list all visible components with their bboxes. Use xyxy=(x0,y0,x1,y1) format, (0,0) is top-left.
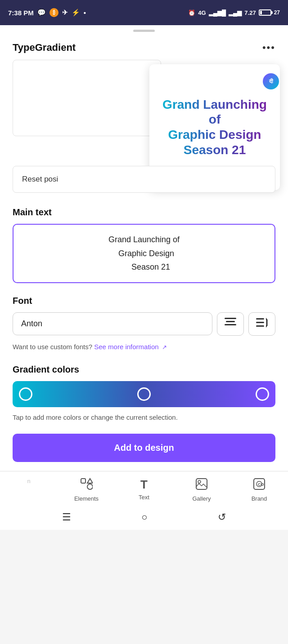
color-stop-3[interactable] xyxy=(256,387,269,401)
preview-text-block: Grand Launching of Graphic Design Season… xyxy=(149,88,280,166)
svg-point-9 xyxy=(87,484,93,489)
status-bar: 7:38 PM 💬 ₿ ✈ ⚡ • ⏰ 4G ▂▄▆█ ▂▄▆ 7.27 27 xyxy=(0,0,288,25)
svg-rect-2 xyxy=(225,324,236,325)
font-selector[interactable]: Anton xyxy=(13,312,212,335)
gradient-bar[interactable] xyxy=(13,381,275,407)
font-label: Font xyxy=(13,296,275,306)
bitcoin-icon: ₿ xyxy=(50,8,58,17)
text-icon: T xyxy=(140,478,148,492)
align-icon-button[interactable] xyxy=(217,312,244,336)
svg-rect-5 xyxy=(256,325,264,327)
elements-label: Elements xyxy=(74,495,99,502)
battery-icon xyxy=(259,9,271,16)
gallery-label: Gallery xyxy=(192,495,211,502)
nav-item-brand[interactable]: CO Brand xyxy=(243,478,275,502)
nav-item-elements[interactable]: Elements xyxy=(71,478,102,502)
wifi-icon: ▂▄▆ xyxy=(229,9,242,16)
reset-position-row: Reset posi xyxy=(13,166,275,193)
svg-rect-1 xyxy=(226,321,235,322)
status-left: 7:38 PM 💬 ₿ ✈ ⚡ • xyxy=(8,8,86,17)
system-nav: ☰ ○ ↺ xyxy=(0,505,288,530)
svg-marker-8 xyxy=(87,479,93,483)
telegram-icon: ✈ xyxy=(62,9,68,17)
sort-icon-button[interactable] xyxy=(248,312,275,336)
drag-handle-area xyxy=(0,25,288,35)
svg-rect-7 xyxy=(81,479,86,483)
preview-line3: Season 21 xyxy=(158,142,271,158)
battery-fill xyxy=(260,11,262,14)
svg-rect-3 xyxy=(256,318,264,320)
preview-line2: Graphic Design xyxy=(158,127,271,142)
svg-point-11 xyxy=(198,480,201,483)
font-info-text: Want to use custom fonts? xyxy=(13,343,92,351)
elements-icon xyxy=(80,478,93,493)
alarm-icon: ⏰ xyxy=(188,9,195,16)
time: 7:38 PM xyxy=(8,9,34,17)
status-right: ⏰ 4G ▂▄▆█ ▂▄▆ 7.27 27 xyxy=(188,9,280,16)
font-section: Font Anton xyxy=(13,296,275,352)
menu-button[interactable]: ☰ xyxy=(62,511,71,523)
speed-icon: 7.27 xyxy=(244,9,256,16)
partial-icon: n xyxy=(27,478,30,484)
header: TypeGradient ••• xyxy=(13,35,275,60)
preview-placeholder xyxy=(13,60,161,136)
text-label: Text xyxy=(139,494,149,501)
main-text-section: Main text Grand Launching of Graphic Des… xyxy=(13,207,275,283)
back-button[interactable]: ↺ xyxy=(218,511,226,523)
align-icon xyxy=(225,318,236,330)
svg-rect-0 xyxy=(225,318,236,319)
gradient-label: Gradient colors xyxy=(13,364,275,375)
font-row: Anton xyxy=(13,312,275,336)
home-button[interactable]: ○ xyxy=(141,511,147,523)
preview-area: Reset posi दी Grand Launching of Graphic… xyxy=(13,60,275,204)
sort-icon xyxy=(256,317,268,331)
preview-badge: दी xyxy=(263,73,279,89)
main-text-label: Main text xyxy=(13,207,275,218)
font-name: Anton xyxy=(21,319,42,328)
svg-text:CO: CO xyxy=(258,482,264,487)
svg-rect-10 xyxy=(196,479,207,489)
external-link-icon: ↗ xyxy=(162,344,167,351)
dot-icon: • xyxy=(84,9,86,17)
main-text-input[interactable]: Grand Launching of Graphic Design Season… xyxy=(13,224,275,283)
font-info: Want to use custom fonts? See more infor… xyxy=(13,342,275,352)
color-stop-1[interactable] xyxy=(19,387,32,401)
battery-percent: 27 xyxy=(274,9,280,16)
brand-label: Brand xyxy=(252,495,267,502)
drag-handle-bar xyxy=(133,30,155,32)
signal-icon: ▂▄▆█ xyxy=(209,9,226,16)
gradient-section: Gradient colors Tap to add more colors o… xyxy=(13,364,275,423)
network-4g: 4G xyxy=(198,9,206,16)
main-text-value: Grand Launching of Graphic Design Season… xyxy=(22,233,266,274)
bottom-nav: n Elements T Text Gallery xyxy=(0,471,288,505)
brand-icon: CO xyxy=(253,478,266,493)
nav-item-gallery[interactable]: Gallery xyxy=(186,478,217,502)
add-to-design-button[interactable]: Add to design xyxy=(13,434,275,462)
more-options-button[interactable]: ••• xyxy=(262,42,275,53)
reset-label[interactable]: Reset posi xyxy=(22,175,58,184)
whatsapp-icon: 💬 xyxy=(37,9,46,17)
font-info-link[interactable]: See more information ↗ xyxy=(94,343,167,351)
main-content: TypeGradient ••• Reset posi दी Grand Lau… xyxy=(0,35,288,471)
notification-icon: ⚡ xyxy=(72,9,80,17)
gallery-icon xyxy=(195,478,208,493)
svg-rect-4 xyxy=(256,322,264,323)
nav-item-partial[interactable]: n xyxy=(13,478,45,502)
nav-item-text[interactable]: T Text xyxy=(128,478,160,502)
badge-text: दी xyxy=(269,78,273,84)
gradient-hint: Tap to add more colors or change the cur… xyxy=(13,413,275,423)
preview-line1: Grand Launching of xyxy=(158,97,271,127)
gradient-bar-container xyxy=(13,381,275,407)
page-title: TypeGradient xyxy=(13,42,76,53)
color-stop-2[interactable] xyxy=(137,387,151,401)
